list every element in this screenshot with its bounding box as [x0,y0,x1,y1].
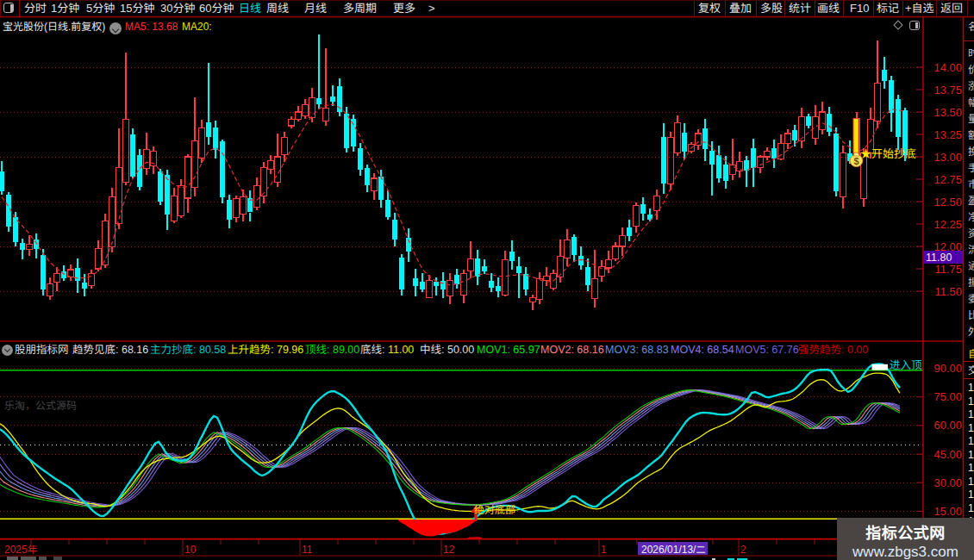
svg-text:13.75: 13.75 [933,84,962,96]
svg-text:12.25: 12.25 [933,218,962,231]
svg-text:12.50: 12.50 [933,196,962,208]
svg-text:11.80: 11.80 [926,252,952,264]
svg-text:75.00: 75.00 [933,390,962,403]
svg-text:1: 1 [601,544,607,556]
svg-text:绝对底部: 绝对底部 [474,504,515,516]
svg-text:12.75: 12.75 [933,173,962,186]
svg-text:11: 11 [302,544,313,556]
svg-text:进入顶: 进入顶 [890,359,922,371]
svg-text:★开始抄底: ★开始抄底 [860,147,916,160]
svg-text:13.50: 13.50 [933,106,962,119]
svg-text:90.00: 90.00 [933,362,962,375]
svg-text:2026/01/13/二: 2026/01/13/二 [641,544,705,556]
svg-text:30.00: 30.00 [933,476,962,489]
svg-text:11.50: 11.50 [934,285,962,298]
svg-text:15.00: 15.00 [933,505,962,518]
svg-text:14.00: 14.00 [933,61,962,74]
svg-text:45.00: 45.00 [933,448,962,461]
svg-text:2: 2 [740,544,746,556]
svg-text:$: $ [853,156,858,166]
svg-text:60.00: 60.00 [933,419,962,432]
svg-text:12: 12 [443,544,455,556]
svg-text:10: 10 [184,544,197,556]
svg-text:13.25: 13.25 [933,128,962,141]
svg-text:11.75: 11.75 [934,263,962,276]
svg-text:2025年: 2025年 [4,544,38,556]
svg-text:13.00: 13.00 [933,151,962,164]
